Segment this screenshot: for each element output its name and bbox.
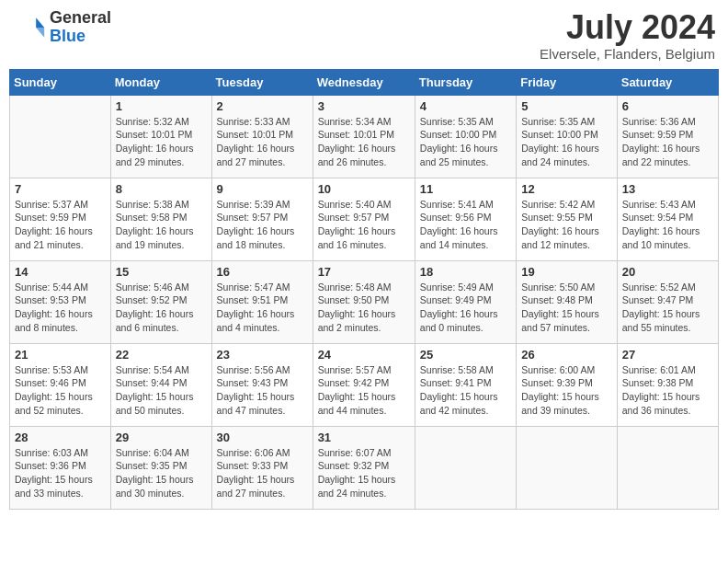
day-number: 23 (217, 348, 308, 362)
day-info: Sunrise: 6:01 AM Sunset: 9:38 PM Dayligh… (622, 363, 713, 418)
day-info: Sunrise: 5:32 AM Sunset: 10:01 PM Daylig… (116, 115, 207, 169)
calendar-cell: 23Sunrise: 5:56 AM Sunset: 9:43 PM Dayli… (211, 343, 313, 426)
day-number: 6 (622, 99, 713, 113)
month-title: July 2024 (540, 9, 715, 46)
day-info: Sunrise: 5:44 AM Sunset: 9:53 PM Dayligh… (15, 281, 106, 335)
calendar-table: SundayMondayTuesdayWednesdayThursdayFrid… (9, 69, 719, 510)
day-number: 11 (420, 182, 511, 196)
day-number: 20 (622, 265, 713, 279)
calendar-cell: 31Sunrise: 6:07 AM Sunset: 9:32 PM Dayli… (313, 426, 415, 509)
calendar-cell: 15Sunrise: 5:46 AM Sunset: 9:52 PM Dayli… (110, 260, 211, 343)
day-number: 30 (217, 431, 308, 444)
calendar-cell: 16Sunrise: 5:47 AM Sunset: 9:51 PM Dayli… (211, 260, 313, 343)
calendar-cell: 22Sunrise: 5:54 AM Sunset: 9:44 PM Dayli… (110, 343, 211, 426)
calendar-cell: 30Sunrise: 6:06 AM Sunset: 9:33 PM Dayli… (211, 426, 313, 509)
day-info: Sunrise: 5:40 AM Sunset: 9:57 PM Dayligh… (318, 198, 410, 252)
svg-marker-1 (36, 28, 44, 38)
day-number: 19 (521, 265, 612, 279)
day-info: Sunrise: 5:54 AM Sunset: 9:44 PM Dayligh… (116, 363, 207, 418)
calendar-cell: 14Sunrise: 5:44 AM Sunset: 9:53 PM Dayli… (10, 260, 111, 343)
day-info: Sunrise: 5:37 AM Sunset: 9:59 PM Dayligh… (15, 198, 106, 252)
day-info: Sunrise: 5:50 AM Sunset: 9:48 PM Dayligh… (521, 281, 612, 335)
day-info: Sunrise: 5:33 AM Sunset: 10:01 PM Daylig… (217, 115, 308, 169)
calendar-cell: 12Sunrise: 5:42 AM Sunset: 9:55 PM Dayli… (517, 178, 618, 260)
day-number: 29 (116, 431, 207, 444)
page-header: General Blue July 2024 Elversele, Flande… (9, 9, 719, 62)
day-number: 25 (420, 348, 511, 362)
day-info: Sunrise: 6:03 AM Sunset: 9:36 PM Dayligh… (15, 446, 106, 500)
calendar-cell: 19Sunrise: 5:50 AM Sunset: 9:48 PM Dayli… (517, 260, 618, 343)
calendar-week-row: 21Sunrise: 5:53 AM Sunset: 9:46 PM Dayli… (10, 343, 719, 426)
day-number: 15 (116, 265, 207, 279)
calendar-cell: 3Sunrise: 5:34 AM Sunset: 10:01 PM Dayli… (313, 95, 415, 178)
calendar-cell: 9Sunrise: 5:39 AM Sunset: 9:57 PM Daylig… (211, 178, 313, 260)
day-number: 21 (15, 348, 106, 362)
day-info: Sunrise: 5:36 AM Sunset: 9:59 PM Dayligh… (622, 115, 713, 169)
day-info: Sunrise: 5:46 AM Sunset: 9:52 PM Dayligh… (116, 281, 207, 335)
col-header-tuesday: Tuesday (211, 69, 313, 95)
day-info: Sunrise: 5:48 AM Sunset: 9:50 PM Dayligh… (318, 281, 410, 335)
location-text: Elversele, Flanders, Belgium (540, 46, 715, 62)
calendar-cell: 6Sunrise: 5:36 AM Sunset: 9:59 PM Daylig… (617, 95, 718, 178)
day-info: Sunrise: 6:00 AM Sunset: 9:39 PM Dayligh… (521, 363, 612, 418)
day-number: 27 (622, 348, 713, 362)
day-number: 3 (318, 99, 410, 113)
day-info: Sunrise: 5:38 AM Sunset: 9:58 PM Dayligh… (116, 198, 207, 252)
calendar-week-row: 1Sunrise: 5:32 AM Sunset: 10:01 PM Dayli… (10, 95, 719, 178)
calendar-cell: 8Sunrise: 5:38 AM Sunset: 9:58 PM Daylig… (110, 178, 211, 260)
day-info: Sunrise: 6:06 AM Sunset: 9:33 PM Dayligh… (217, 446, 308, 500)
calendar-cell (517, 426, 618, 509)
day-info: Sunrise: 5:43 AM Sunset: 9:54 PM Dayligh… (622, 198, 713, 252)
col-header-sunday: Sunday (10, 69, 111, 95)
calendar-cell (10, 95, 111, 178)
calendar-week-row: 14Sunrise: 5:44 AM Sunset: 9:53 PM Dayli… (10, 260, 719, 343)
calendar-cell: 4Sunrise: 5:35 AM Sunset: 10:00 PM Dayli… (415, 95, 516, 178)
calendar-cell (617, 426, 718, 509)
day-info: Sunrise: 5:39 AM Sunset: 9:57 PM Dayligh… (217, 198, 308, 252)
day-info: Sunrise: 5:53 AM Sunset: 9:46 PM Dayligh… (15, 363, 106, 418)
calendar-cell: 21Sunrise: 5:53 AM Sunset: 9:46 PM Dayli… (10, 343, 111, 426)
day-number: 22 (116, 348, 207, 362)
day-number: 12 (521, 182, 612, 196)
col-header-friday: Friday (517, 69, 618, 95)
col-header-monday: Monday (110, 69, 211, 95)
day-number: 24 (318, 348, 410, 362)
day-info: Sunrise: 5:49 AM Sunset: 9:49 PM Dayligh… (420, 281, 511, 335)
logo-blue-text: Blue (50, 28, 111, 46)
calendar-week-row: 28Sunrise: 6:03 AM Sunset: 9:36 PM Dayli… (10, 426, 719, 509)
day-info: Sunrise: 5:42 AM Sunset: 9:55 PM Dayligh… (521, 198, 612, 252)
day-number: 8 (116, 182, 207, 196)
calendar-cell: 27Sunrise: 6:01 AM Sunset: 9:38 PM Dayli… (617, 343, 718, 426)
day-info: Sunrise: 5:41 AM Sunset: 9:56 PM Dayligh… (420, 198, 511, 252)
day-number: 16 (217, 265, 308, 279)
day-info: Sunrise: 5:58 AM Sunset: 9:41 PM Dayligh… (420, 363, 511, 418)
calendar-cell (415, 426, 516, 509)
calendar-cell: 10Sunrise: 5:40 AM Sunset: 9:57 PM Dayli… (313, 178, 415, 260)
calendar-cell: 24Sunrise: 5:57 AM Sunset: 9:42 PM Dayli… (313, 343, 415, 426)
day-number: 1 (116, 99, 207, 113)
col-header-saturday: Saturday (617, 69, 718, 95)
calendar-cell: 1Sunrise: 5:32 AM Sunset: 10:01 PM Dayli… (110, 95, 211, 178)
day-number: 10 (318, 182, 410, 196)
logo: General Blue (13, 9, 111, 46)
calendar-cell: 18Sunrise: 5:49 AM Sunset: 9:49 PM Dayli… (415, 260, 516, 343)
svg-marker-0 (36, 17, 44, 28)
day-info: Sunrise: 5:52 AM Sunset: 9:47 PM Dayligh… (622, 281, 713, 335)
calendar-cell: 26Sunrise: 6:00 AM Sunset: 9:39 PM Dayli… (517, 343, 618, 426)
calendar-cell: 11Sunrise: 5:41 AM Sunset: 9:56 PM Dayli… (415, 178, 516, 260)
logo-general-text: General (50, 9, 111, 28)
day-number: 5 (521, 99, 612, 113)
day-info: Sunrise: 6:04 AM Sunset: 9:35 PM Dayligh… (116, 446, 207, 500)
col-header-wednesday: Wednesday (313, 69, 415, 95)
calendar-cell: 17Sunrise: 5:48 AM Sunset: 9:50 PM Dayli… (313, 260, 415, 343)
day-number: 28 (15, 431, 106, 444)
calendar-cell: 7Sunrise: 5:37 AM Sunset: 9:59 PM Daylig… (10, 178, 111, 260)
day-number: 31 (318, 431, 410, 444)
day-number: 13 (622, 182, 713, 196)
day-info: Sunrise: 5:47 AM Sunset: 9:51 PM Dayligh… (217, 281, 308, 335)
calendar-cell: 13Sunrise: 5:43 AM Sunset: 9:54 PM Dayli… (617, 178, 718, 260)
day-info: Sunrise: 5:57 AM Sunset: 9:42 PM Dayligh… (318, 363, 410, 418)
col-header-thursday: Thursday (415, 69, 516, 95)
calendar-cell: 5Sunrise: 5:35 AM Sunset: 10:00 PM Dayli… (517, 95, 618, 178)
logo-icon (13, 11, 46, 44)
